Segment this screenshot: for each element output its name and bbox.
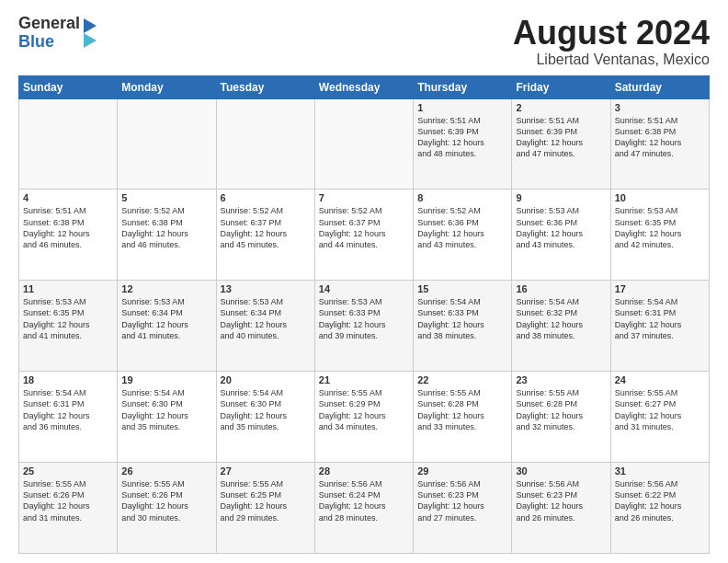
day-number: 17 <box>615 283 705 294</box>
calendar-header-monday: Monday <box>118 75 216 98</box>
main-title: August 2024 <box>513 15 710 52</box>
calendar-cell <box>216 98 314 190</box>
day-number: 23 <box>516 374 606 385</box>
calendar-cell: 12Sunrise: 5:53 AM Sunset: 6:34 PM Dayli… <box>118 281 216 372</box>
day-number: 12 <box>121 283 211 294</box>
day-number: 10 <box>615 192 705 203</box>
cell-details: Sunrise: 5:54 AM Sunset: 6:30 PM Dayligh… <box>221 387 311 432</box>
calendar-cell: 18Sunrise: 5:54 AM Sunset: 6:31 PM Dayli… <box>19 372 118 463</box>
cell-details: Sunrise: 5:51 AM Sunset: 6:39 PM Dayligh… <box>516 115 606 160</box>
calendar-cell: 28Sunrise: 5:56 AM Sunset: 6:24 PM Dayli… <box>314 463 413 554</box>
cell-details: Sunrise: 5:53 AM Sunset: 6:34 PM Dayligh… <box>121 296 211 341</box>
calendar-week-3: 11Sunrise: 5:53 AM Sunset: 6:35 PM Dayli… <box>19 281 710 372</box>
cell-details: Sunrise: 5:54 AM Sunset: 6:30 PM Dayligh… <box>121 387 211 432</box>
calendar-week-1: 1Sunrise: 5:51 AM Sunset: 6:39 PM Daylig… <box>19 98 710 190</box>
calendar-cell: 3Sunrise: 5:51 AM Sunset: 6:38 PM Daylig… <box>610 98 709 190</box>
calendar-cell: 5Sunrise: 5:52 AM Sunset: 6:38 PM Daylig… <box>118 190 216 281</box>
day-number: 3 <box>615 102 705 113</box>
calendar-cell <box>118 98 216 190</box>
header: General Blue August 2024 Libertad Ventan… <box>18 15 710 68</box>
cell-details: Sunrise: 5:51 AM Sunset: 6:38 PM Dayligh… <box>615 115 705 160</box>
day-number: 13 <box>221 283 311 294</box>
calendar-cell: 19Sunrise: 5:54 AM Sunset: 6:30 PM Dayli… <box>118 372 216 463</box>
calendar-header-sunday: Sunday <box>19 75 118 98</box>
cell-details: Sunrise: 5:53 AM Sunset: 6:34 PM Dayligh… <box>221 296 311 341</box>
calendar-cell: 29Sunrise: 5:56 AM Sunset: 6:23 PM Dayli… <box>414 463 512 554</box>
calendar-header-row: SundayMondayTuesdayWednesdayThursdayFrid… <box>19 75 710 98</box>
calendar-cell: 23Sunrise: 5:55 AM Sunset: 6:28 PM Dayli… <box>512 372 610 463</box>
day-number: 18 <box>23 374 113 385</box>
cell-details: Sunrise: 5:55 AM Sunset: 6:26 PM Dayligh… <box>23 478 113 523</box>
cell-details: Sunrise: 5:56 AM Sunset: 6:24 PM Dayligh… <box>319 478 409 523</box>
calendar-cell: 22Sunrise: 5:55 AM Sunset: 6:28 PM Dayli… <box>414 372 512 463</box>
cell-details: Sunrise: 5:54 AM Sunset: 6:33 PM Dayligh… <box>417 296 507 341</box>
calendar-cell: 21Sunrise: 5:55 AM Sunset: 6:29 PM Dayli… <box>314 372 413 463</box>
day-number: 26 <box>121 465 211 477</box>
day-number: 14 <box>319 283 409 294</box>
calendar-cell: 30Sunrise: 5:56 AM Sunset: 6:23 PM Dayli… <box>512 463 610 554</box>
calendar-cell: 24Sunrise: 5:55 AM Sunset: 6:27 PM Dayli… <box>610 372 709 463</box>
calendar-header-thursday: Thursday <box>414 75 512 98</box>
cell-details: Sunrise: 5:52 AM Sunset: 6:37 PM Dayligh… <box>319 205 409 250</box>
cell-details: Sunrise: 5:55 AM Sunset: 6:27 PM Dayligh… <box>615 387 705 432</box>
calendar-cell: 17Sunrise: 5:54 AM Sunset: 6:31 PM Dayli… <box>610 281 709 372</box>
cell-details: Sunrise: 5:55 AM Sunset: 6:25 PM Dayligh… <box>221 478 311 523</box>
day-number: 16 <box>516 283 606 294</box>
calendar-cell <box>314 98 413 190</box>
calendar-header-wednesday: Wednesday <box>314 75 413 98</box>
calendar-cell: 10Sunrise: 5:53 AM Sunset: 6:35 PM Dayli… <box>610 190 709 281</box>
cell-details: Sunrise: 5:55 AM Sunset: 6:28 PM Dayligh… <box>417 387 507 432</box>
day-number: 5 <box>121 192 211 203</box>
logo-container: General Blue <box>18 15 97 52</box>
day-number: 9 <box>516 192 606 203</box>
cell-details: Sunrise: 5:56 AM Sunset: 6:22 PM Dayligh… <box>615 478 705 523</box>
cell-details: Sunrise: 5:54 AM Sunset: 6:31 PM Dayligh… <box>23 387 113 432</box>
calendar-week-2: 4Sunrise: 5:51 AM Sunset: 6:38 PM Daylig… <box>19 190 710 281</box>
calendar-cell: 14Sunrise: 5:53 AM Sunset: 6:33 PM Dayli… <box>314 281 413 372</box>
calendar-cell: 26Sunrise: 5:55 AM Sunset: 6:26 PM Dayli… <box>118 463 216 554</box>
logo-blue: Blue <box>18 33 80 52</box>
calendar-cell: 16Sunrise: 5:54 AM Sunset: 6:32 PM Dayli… <box>512 281 610 372</box>
calendar-week-5: 25Sunrise: 5:55 AM Sunset: 6:26 PM Dayli… <box>19 463 710 554</box>
cell-details: Sunrise: 5:53 AM Sunset: 6:35 PM Dayligh… <box>615 205 705 250</box>
cell-details: Sunrise: 5:52 AM Sunset: 6:38 PM Dayligh… <box>121 205 211 250</box>
day-number: 31 <box>615 465 705 477</box>
day-number: 2 <box>516 102 606 113</box>
day-number: 4 <box>23 192 113 203</box>
day-number: 1 <box>417 102 507 113</box>
logo-general: General <box>18 15 80 33</box>
cell-details: Sunrise: 5:51 AM Sunset: 6:39 PM Dayligh… <box>417 115 507 160</box>
subtitle: Libertad Ventanas, Mexico <box>513 52 710 68</box>
day-number: 28 <box>319 465 409 477</box>
logo-wrap: General Blue <box>18 15 97 52</box>
calendar-cell: 13Sunrise: 5:53 AM Sunset: 6:34 PM Dayli… <box>216 281 314 372</box>
day-number: 29 <box>417 465 507 477</box>
day-number: 7 <box>319 192 409 203</box>
cell-details: Sunrise: 5:53 AM Sunset: 6:36 PM Dayligh… <box>516 205 606 250</box>
logo-text: General Blue <box>18 15 80 52</box>
title-block: August 2024 Libertad Ventanas, Mexico <box>513 15 710 68</box>
cell-details: Sunrise: 5:55 AM Sunset: 6:29 PM Dayligh… <box>319 387 409 432</box>
cell-details: Sunrise: 5:55 AM Sunset: 6:26 PM Dayligh… <box>121 478 211 523</box>
cell-details: Sunrise: 5:53 AM Sunset: 6:35 PM Dayligh… <box>23 296 113 341</box>
day-number: 15 <box>417 283 507 294</box>
cell-details: Sunrise: 5:53 AM Sunset: 6:33 PM Dayligh… <box>319 296 409 341</box>
calendar-table: SundayMondayTuesdayWednesdayThursdayFrid… <box>18 75 710 554</box>
calendar-header-saturday: Saturday <box>610 75 709 98</box>
calendar-cell: 31Sunrise: 5:56 AM Sunset: 6:22 PM Dayli… <box>610 463 709 554</box>
logo-icon <box>84 18 97 48</box>
calendar-cell: 11Sunrise: 5:53 AM Sunset: 6:35 PM Dayli… <box>19 281 118 372</box>
calendar-header-friday: Friday <box>512 75 610 98</box>
day-number: 27 <box>221 465 311 477</box>
cell-details: Sunrise: 5:52 AM Sunset: 6:37 PM Dayligh… <box>221 205 311 250</box>
calendar-cell: 6Sunrise: 5:52 AM Sunset: 6:37 PM Daylig… <box>216 190 314 281</box>
day-number: 22 <box>417 374 507 385</box>
calendar-cell: 2Sunrise: 5:51 AM Sunset: 6:39 PM Daylig… <box>512 98 610 190</box>
calendar-cell: 8Sunrise: 5:52 AM Sunset: 6:36 PM Daylig… <box>414 190 512 281</box>
calendar-cell: 25Sunrise: 5:55 AM Sunset: 6:26 PM Dayli… <box>19 463 118 554</box>
calendar-cell: 4Sunrise: 5:51 AM Sunset: 6:38 PM Daylig… <box>19 190 118 281</box>
page: General Blue August 2024 Libertad Ventan… <box>0 0 728 563</box>
day-number: 20 <box>221 374 311 385</box>
calendar-cell: 27Sunrise: 5:55 AM Sunset: 6:25 PM Dayli… <box>216 463 314 554</box>
day-number: 11 <box>23 283 113 294</box>
